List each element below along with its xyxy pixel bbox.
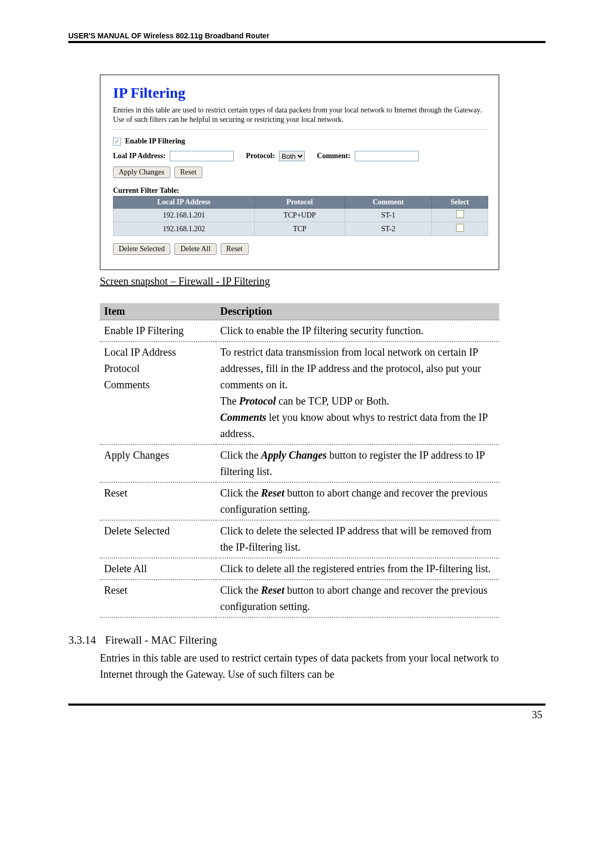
table-row: 192.168.1.202 TCP ST-2	[114, 222, 488, 236]
panel-description: Entries in this table are used to restri…	[113, 106, 488, 124]
th-select: Select	[432, 197, 488, 209]
row-item: Delete Selected	[100, 520, 216, 558]
cell-ip: 192.168.1.202	[114, 222, 255, 236]
section-number: 3.3.14	[68, 634, 98, 647]
th-comment: Comment	[345, 197, 432, 209]
desc-hdr-desc: Description	[216, 303, 499, 320]
cell-comment: ST-2	[345, 222, 432, 236]
comment-label: Comment:	[317, 152, 350, 160]
description-table: Item Description Enable IP Filtering Cli…	[100, 303, 499, 618]
panel-title: IP Filtering	[113, 85, 488, 101]
row-desc: Click to delete all the registered entri…	[216, 558, 499, 580]
apply-changes-button[interactable]: Apply Changes	[113, 167, 170, 178]
delete-selected-button[interactable]: Delete Selected	[113, 243, 170, 255]
comment-input[interactable]	[355, 151, 419, 161]
cell-ip: 192.168.1.201	[114, 209, 255, 222]
section-heading: 3.3.14 Firewall - MAC Filtering	[68, 634, 545, 647]
row-item: Local IP Address Protocol Comments	[100, 342, 216, 445]
th-local-ip: Local IP Address	[114, 197, 255, 209]
cell-comment: ST-1	[345, 209, 432, 222]
row-item: Reset	[100, 580, 216, 617]
row-item: Enable IP Filtering	[100, 320, 216, 342]
local-ip-input[interactable]	[170, 151, 234, 161]
screenshot-caption: Screen snapshot – Firewall - IP Filterin…	[100, 275, 545, 287]
row-desc: Click the Apply Changes button to regist…	[216, 445, 499, 482]
page-header: USER'S MANUAL OF Wireless 802.11g Broadb…	[68, 32, 545, 40]
cell-protocol: TCP+UDP	[254, 209, 345, 222]
current-filter-table-label: Current Filter Table:	[113, 187, 488, 195]
screenshot-panel: IP Filtering Entries in this table are u…	[100, 75, 499, 270]
reset-button-2[interactable]: Reset	[221, 243, 249, 255]
row-select-checkbox[interactable]	[456, 210, 464, 218]
divider	[113, 129, 488, 130]
protocol-label: Protocol:	[246, 152, 275, 160]
delete-all-button[interactable]: Delete All	[174, 243, 216, 255]
enable-ip-filtering-checkbox[interactable]: ✓	[113, 138, 121, 146]
th-protocol: Protocol	[254, 197, 345, 209]
row-item: Reset	[100, 482, 216, 520]
section-title: Firewall - MAC Filtering	[105, 634, 217, 647]
local-ip-label: Loal IP Address:	[113, 152, 166, 160]
cell-protocol: TCP	[254, 222, 345, 236]
row-desc: To restrict data transmission from local…	[216, 342, 499, 445]
enable-ip-filtering-label: Enable IP Filtering	[125, 137, 185, 146]
row-select-checkbox[interactable]	[456, 224, 464, 232]
row-desc: Click the Reset button to abort change a…	[216, 482, 499, 520]
row-desc: Click to enable the IP filtering securit…	[216, 320, 499, 342]
row-item: Apply Changes	[100, 445, 216, 482]
filter-table: Local IP Address Protocol Comment Select…	[113, 196, 488, 236]
row-desc: Click the Reset button to abort change a…	[216, 580, 499, 617]
row-item: Delete All	[100, 558, 216, 580]
protocol-select[interactable]: Both	[279, 151, 305, 161]
section-body: Entries in this table are used to restri…	[100, 650, 499, 683]
desc-hdr-item: Item	[100, 303, 216, 320]
table-row: 192.168.1.201 TCP+UDP ST-1	[114, 209, 488, 222]
header-rule	[68, 41, 545, 43]
page-number: 35	[68, 706, 545, 721]
reset-button[interactable]: Reset	[174, 167, 202, 178]
row-desc: Click to delete the selected IP address …	[216, 520, 499, 558]
